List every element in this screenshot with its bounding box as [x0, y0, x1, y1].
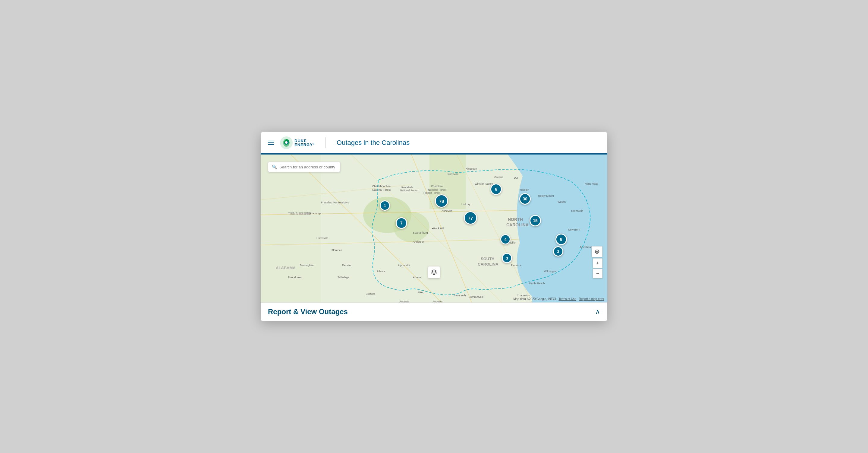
- svg-point-71: [595, 250, 599, 254]
- svg-text:Tuscaloosa: Tuscaloosa: [288, 276, 302, 279]
- svg-text:Birmingham: Birmingham: [300, 264, 314, 267]
- svg-text:Augusta: Augusta: [399, 300, 409, 303]
- svg-text:Cherokee: Cherokee: [431, 185, 443, 188]
- svg-text:Florence: Florence: [511, 264, 521, 267]
- menu-button[interactable]: [268, 141, 274, 145]
- marker-3b[interactable]: 3: [553, 246, 563, 257]
- marker-1[interactable]: 1: [380, 200, 390, 211]
- duke-energy-logo-icon: [279, 136, 293, 150]
- marker-77[interactable]: 77: [464, 211, 477, 225]
- svg-text:Talladega: Talladega: [338, 276, 349, 279]
- svg-text:Myrtle Beach: Myrtle Beach: [529, 282, 545, 285]
- map-container[interactable]: TENNESSEE ALABAMA NORTH CAROLINA SOUTH C…: [261, 154, 607, 303]
- svg-text:Raleigh: Raleigh: [520, 188, 529, 191]
- marker-4[interactable]: 4: [500, 234, 510, 245]
- svg-text:Augusta: Augusta: [433, 300, 442, 303]
- svg-text:Huntsville: Huntsville: [316, 236, 328, 239]
- zoom-out-button[interactable]: −: [593, 268, 602, 278]
- svg-text:SOUTH: SOUTH: [481, 257, 495, 261]
- locate-button[interactable]: [592, 246, 602, 257]
- marker-78[interactable]: 78: [435, 194, 448, 208]
- svg-text:Wilmington: Wilmington: [544, 270, 558, 273]
- zoom-controls: + −: [593, 258, 602, 278]
- browser-window: DUKE ENERGY® Outages in the Carolinas: [261, 132, 607, 321]
- locate-icon: [594, 249, 600, 254]
- marker-3a[interactable]: 3: [502, 253, 512, 263]
- bottom-bar: Report & View Outages ∧: [261, 303, 607, 321]
- svg-text:Decatur: Decatur: [342, 264, 352, 267]
- zoom-in-button[interactable]: +: [593, 258, 602, 268]
- map-attribution: Map data ©2020 Google, INEGI Terms of Us…: [513, 297, 604, 301]
- svg-text:Nags Head: Nags Head: [585, 182, 598, 185]
- svg-text:Franklino Murfreesboro: Franklino Murfreesboro: [321, 201, 349, 204]
- marker-6[interactable]: 6: [490, 183, 502, 195]
- svg-text:●Rock Hill: ●Rock Hill: [432, 227, 444, 230]
- svg-text:New Bern: New Bern: [568, 228, 580, 231]
- svg-text:Charleston: Charleston: [517, 294, 530, 297]
- svg-text:Dur: Dur: [514, 176, 518, 179]
- report-map-error-link[interactable]: Report a map error: [579, 297, 604, 301]
- header: DUKE ENERGY® Outages in the Carolinas: [261, 132, 607, 154]
- marker-30[interactable]: 30: [519, 193, 531, 205]
- search-input[interactable]: [279, 165, 336, 169]
- svg-text:Summerville: Summerville: [469, 295, 484, 299]
- svg-text:CAROLINA: CAROLINA: [506, 222, 529, 227]
- svg-text:ALABAMA: ALABAMA: [276, 265, 296, 270]
- report-view-outages-title: Report & View Outages: [268, 308, 348, 316]
- search-box[interactable]: 🔍: [268, 162, 340, 172]
- svg-text:Nantahala: Nantahala: [401, 186, 413, 189]
- svg-text:Wilson: Wilson: [558, 200, 566, 203]
- svg-text:Anderson: Anderson: [413, 240, 425, 243]
- svg-text:Kingsport: Kingsport: [466, 167, 477, 170]
- marker-7[interactable]: 7: [396, 217, 407, 229]
- marker-15[interactable]: 15: [530, 215, 541, 226]
- svg-text:Greens: Greens: [494, 176, 503, 179]
- svg-text:Athens: Athens: [413, 276, 422, 279]
- terms-of-use-link[interactable]: Terms of Use: [558, 297, 576, 301]
- svg-text:NORTH: NORTH: [508, 217, 523, 222]
- page-title: Outages in the Carolinas: [337, 139, 410, 147]
- svg-text:National Forest: National Forest: [428, 188, 447, 191]
- svg-text:Hickory: Hickory: [461, 203, 471, 206]
- svg-text:Atlanta: Atlanta: [377, 270, 385, 273]
- collapse-button[interactable]: ∧: [595, 308, 600, 316]
- svg-text:Auburn: Auburn: [366, 292, 375, 295]
- map-background: TENNESSEE ALABAMA NORTH CAROLINA SOUTH C…: [261, 154, 607, 303]
- svg-text:Knoxville: Knoxville: [447, 173, 458, 176]
- layers-button[interactable]: [428, 266, 440, 278]
- svg-text:Asheville: Asheville: [441, 209, 453, 213]
- logo-text: DUKE ENERGY®: [294, 139, 315, 147]
- svg-text:Winston-Salem: Winston-Salem: [475, 182, 493, 185]
- search-icon: 🔍: [272, 165, 277, 169]
- svg-text:Greenville: Greenville: [571, 209, 584, 213]
- svg-text:Spartanburg: Spartanburg: [413, 231, 428, 234]
- marker-8[interactable]: 8: [555, 234, 567, 245]
- svg-text:Florence: Florence: [332, 249, 342, 252]
- svg-point-70: [596, 251, 598, 253]
- svg-text:Pigeon Forge: Pigeon Forge: [424, 191, 440, 194]
- svg-text:Alpharetta: Alpharetta: [398, 264, 410, 267]
- svg-text:Aiken: Aiken: [417, 291, 424, 294]
- layers-icon: [431, 269, 437, 275]
- svg-point-1: [285, 141, 287, 144]
- header-divider: [326, 137, 326, 148]
- svg-text:Chattanooga: Chattanooga: [306, 212, 321, 215]
- svg-text:National Forest: National Forest: [400, 189, 418, 192]
- logo[interactable]: DUKE ENERGY®: [279, 136, 315, 150]
- svg-text:Rocky Mount: Rocky Mount: [538, 194, 554, 197]
- svg-text:National Forest: National Forest: [372, 188, 391, 191]
- svg-text:Chattahoochee: Chattahoochee: [372, 185, 391, 188]
- svg-text:CAROLINA: CAROLINA: [478, 262, 498, 266]
- svg-text:Savannah: Savannah: [454, 294, 466, 297]
